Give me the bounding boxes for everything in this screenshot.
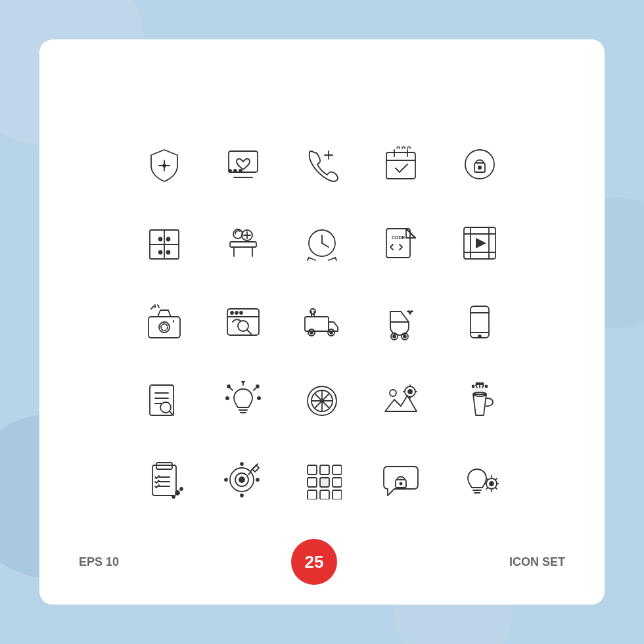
- icon-count-badge: 25: [291, 539, 337, 585]
- badge-number: 25: [305, 553, 324, 570]
- svg-line-160: [495, 488, 497, 489]
- svg-line-36: [329, 258, 335, 260]
- svg-point-15: [465, 150, 494, 179]
- icon-cell-coffee-cup: [450, 371, 509, 430]
- svg-point-6: [229, 170, 231, 172]
- code-file-icon: CODE: [381, 223, 421, 263]
- svg-point-59: [235, 311, 238, 314]
- svg-rect-17: [478, 166, 481, 169]
- clock-icon: [302, 223, 342, 263]
- svg-point-51: [161, 324, 168, 331]
- svg-point-76: [403, 335, 406, 338]
- svg-rect-143: [308, 490, 317, 499]
- icon-cell-document-search: [135, 371, 194, 430]
- svg-point-2: [163, 164, 166, 167]
- svg-point-137: [241, 494, 243, 497]
- svg-line-72: [401, 311, 409, 322]
- desk-add-icon: [223, 223, 263, 263]
- svg-line-55: [158, 305, 159, 308]
- svg-point-67: [330, 331, 333, 334]
- svg-rect-140: [333, 465, 342, 474]
- svg-point-22: [167, 238, 170, 241]
- circle-lock-icon: [460, 145, 499, 184]
- svg-point-127: [180, 488, 183, 490]
- svg-point-24: [167, 251, 170, 254]
- monitor-heart-icon: [223, 145, 263, 184]
- icon-cell-citrus-slice: [292, 371, 352, 430]
- calendar-check-icon: [381, 145, 421, 184]
- svg-point-96: [227, 385, 230, 388]
- svg-line-158: [495, 478, 497, 480]
- svg-rect-25: [230, 242, 256, 247]
- svg-point-148: [400, 483, 402, 485]
- phone-plus-icon: [302, 145, 342, 184]
- browser-search-icon: [223, 302, 263, 342]
- icon-cell-cabinet: [135, 214, 194, 273]
- icon-cell-baby-stroller: [371, 292, 430, 352]
- svg-point-94: [226, 397, 229, 400]
- svg-point-75: [393, 335, 396, 338]
- svg-line-34: [322, 243, 329, 247]
- icon-cell-shield-medical: [135, 135, 194, 194]
- svg-rect-49: [149, 317, 180, 338]
- landscape-gear-icon: [381, 381, 421, 421]
- icon-cell-grid-puzzle: [292, 450, 352, 509]
- svg-rect-141: [308, 478, 317, 487]
- svg-point-117: [479, 383, 481, 385]
- icon-cell-landscape-gear: [371, 371, 430, 430]
- svg-line-53: [151, 306, 154, 309]
- svg-line-38: [335, 258, 336, 260]
- svg-rect-139: [320, 465, 329, 474]
- svg-point-21: [159, 238, 162, 241]
- svg-point-119: [472, 386, 474, 388]
- icon-cell-monitor-heart: [214, 135, 273, 194]
- svg-point-23: [159, 251, 162, 254]
- svg-rect-146: [320, 478, 329, 487]
- svg-line-115: [482, 385, 484, 388]
- svg-line-159: [486, 488, 488, 489]
- svg-point-66: [310, 331, 313, 334]
- icon-cell-chat-lock: [371, 450, 430, 509]
- delivery-truck-icon: [302, 302, 342, 342]
- svg-point-116: [476, 383, 478, 385]
- shield-medical-icon: [145, 145, 184, 184]
- svg-line-133: [248, 472, 251, 474]
- coffee-cup-icon: [460, 381, 499, 421]
- svg-line-40: [406, 229, 415, 238]
- eps-label: EPS 10: [79, 555, 119, 569]
- video-frame-icon: [460, 223, 499, 263]
- icon-cell-browser-search: [214, 292, 273, 352]
- icon-cell-lightbulb-idea: [214, 371, 273, 430]
- icon-cell-bulb-gear: [450, 450, 509, 509]
- svg-line-35: [309, 258, 315, 260]
- icon-cell-checklist: [135, 450, 194, 509]
- svg-point-111: [390, 390, 396, 396]
- icon-grid: CODE: [131, 131, 513, 513]
- svg-point-131: [239, 477, 244, 482]
- svg-text:CODE: CODE: [392, 235, 405, 240]
- svg-rect-138: [308, 465, 317, 474]
- icon-cell-target-pencil: [214, 450, 273, 509]
- svg-line-37: [308, 258, 309, 260]
- icon-cell-video-frame: [450, 214, 509, 273]
- icon-cell-circle-lock: [450, 135, 509, 194]
- checklist-icon: [145, 460, 184, 499]
- citrus-slice-icon: [302, 381, 342, 421]
- svg-point-110: [408, 390, 412, 394]
- main-card: CODE: [39, 39, 605, 605]
- svg-rect-122: [156, 463, 172, 469]
- svg-point-135: [256, 478, 259, 481]
- svg-point-120: [486, 386, 488, 388]
- svg-point-136: [241, 463, 243, 465]
- svg-point-134: [225, 478, 227, 481]
- icon-cell-smartphone: [450, 292, 509, 352]
- bulb-gear-icon: [460, 460, 499, 499]
- svg-line-62: [247, 330, 251, 334]
- svg-point-95: [258, 397, 260, 400]
- icon-cell-phone-plus: [292, 135, 352, 194]
- svg-point-152: [490, 482, 494, 486]
- chat-lock-icon: [381, 460, 421, 499]
- camera-flash-icon: [145, 302, 184, 342]
- svg-rect-121: [152, 465, 176, 495]
- svg-rect-63: [305, 317, 329, 331]
